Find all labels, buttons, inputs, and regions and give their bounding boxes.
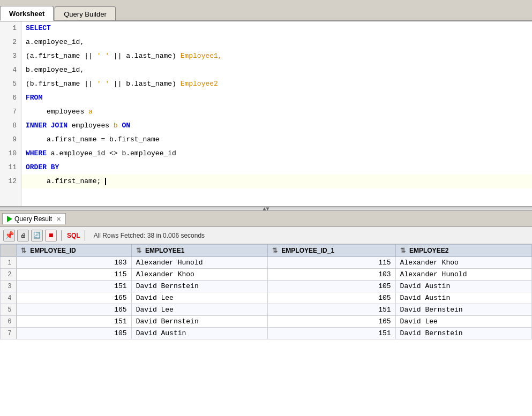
code-line-8: INNER JOIN employees b ON xyxy=(21,119,532,133)
line-num-10: 10 xyxy=(0,147,21,161)
pin-icon: 📌 xyxy=(5,231,14,240)
cell-employee-id-1: 105 xyxy=(268,281,396,292)
table-header-row: ⇅ EMPLOYEE_ID ⇅ EMPLOYEE1 ⇅ EMPLOYEE_ID_… xyxy=(1,245,532,257)
table-row: 2 115 Alexander Khoo 103 Alexander Hunol… xyxy=(1,269,532,281)
editor-area[interactable]: 1 2 3 4 5 6 7 8 9 10 11 12 SELECT a.empl… xyxy=(0,21,532,207)
panel-divider[interactable]: ▲▼ xyxy=(0,207,532,211)
col-label-employee2: EMPLOYEE2 xyxy=(409,247,448,254)
row-number: 7 xyxy=(1,328,17,339)
results-table: ⇅ EMPLOYEE_ID ⇅ EMPLOYEE1 ⇅ EMPLOYEE_ID_… xyxy=(0,244,532,339)
code-line-6: FROM xyxy=(21,91,532,105)
refresh-icon: 🔄 xyxy=(33,232,41,239)
cell-employee1: David Austin xyxy=(131,328,267,339)
tab-worksheet[interactable]: Worksheet xyxy=(0,6,54,21)
row-number: 6 xyxy=(1,316,17,328)
line-num-7: 7 xyxy=(0,105,21,119)
line-num-2: 2 xyxy=(0,35,21,49)
refresh-button[interactable]: 🔄 xyxy=(31,230,43,241)
col-header-employee2[interactable]: ⇅ EMPLOYEE2 xyxy=(395,245,531,257)
col-label-employee1: EMPLOYEE1 xyxy=(145,247,184,254)
code-line-11: ORDER BY xyxy=(21,161,532,175)
table-row: 6 151 David Bernstein 165 David Lee xyxy=(1,316,532,328)
line-num-5: 5 xyxy=(0,77,21,91)
sort-icon-3: ⇅ xyxy=(272,247,278,254)
cell-employee-id: 103 xyxy=(17,257,132,269)
row-number: 5 xyxy=(1,304,17,316)
toolbar-separator xyxy=(61,230,62,241)
code-text: a.employee_id, xyxy=(26,38,84,46)
cell-employee2: Alexander Khoo xyxy=(395,257,531,269)
close-result-tab-button[interactable]: ✕ xyxy=(56,216,61,223)
print-button[interactable]: 🖨 xyxy=(17,230,29,241)
line-num-3: 3 xyxy=(0,49,21,63)
cell-employee-id: 165 xyxy=(17,292,132,304)
status-text: All Rows Fetched: 38 in 0.006 seconds xyxy=(94,232,205,239)
sort-icon-2: ⇅ xyxy=(136,247,141,254)
cell-employee2: David Bernstein xyxy=(395,328,531,339)
sort-icon-4: ⇅ xyxy=(400,247,406,254)
cell-employee1: Alexander Hunold xyxy=(131,257,267,269)
cell-employee-id: 115 xyxy=(17,269,132,281)
col-header-employee-id-1[interactable]: ⇅ EMPLOYEE_ID_1 xyxy=(268,245,396,257)
toolbar-separator-2 xyxy=(85,230,85,241)
sort-icon-1: ⇅ xyxy=(21,247,26,254)
table-row: 1 103 Alexander Hunold 115 Alexander Kho… xyxy=(1,257,532,269)
row-number: 3 xyxy=(1,281,17,292)
code-line-9: a.first_name = b.first_name xyxy=(21,133,532,147)
cell-employee-id: 165 xyxy=(17,304,132,316)
cell-employee1: David Lee xyxy=(131,292,267,304)
code-line-7: employees a xyxy=(21,105,532,119)
tab-query-builder[interactable]: Query Builder xyxy=(55,6,115,20)
row-number: 2 xyxy=(1,269,17,281)
line-num-4: 4 xyxy=(0,63,21,77)
code-line-1: SELECT xyxy=(21,21,532,35)
keyword-select: SELECT xyxy=(26,24,51,32)
print-icon: 🖨 xyxy=(20,232,26,239)
result-toolbar: 📌 🖨 🔄 ⏹ SQL All Rows Fetched: 38 in 0.00… xyxy=(0,227,532,244)
results-table-container[interactable]: ⇅ EMPLOYEE_ID ⇅ EMPLOYEE1 ⇅ EMPLOYEE_ID_… xyxy=(0,244,532,416)
main-layout: Worksheet Query Builder 1 2 3 4 5 6 7 8 … xyxy=(0,0,532,416)
result-tab[interactable]: Query Result ✕ xyxy=(2,213,66,224)
cell-employee2: David Austin xyxy=(395,281,531,292)
table-row: 4 165 David Lee 105 David Austin xyxy=(1,292,532,304)
cell-employee-id-1: 105 xyxy=(268,292,396,304)
line-num-6: 6 xyxy=(0,91,21,105)
row-number-header xyxy=(1,245,17,257)
col-label-employee-id-1: EMPLOYEE_ID_1 xyxy=(281,247,334,254)
code-lines[interactable]: SELECT a.employee_id, (a.first_name || '… xyxy=(21,21,532,206)
cell-employee1: David Lee xyxy=(131,304,267,316)
cell-employee-id: 151 xyxy=(17,316,132,328)
result-tab-bar: Query Result ✕ xyxy=(0,211,532,227)
code-line-12[interactable]: a.first_name; xyxy=(21,175,532,188)
row-number: 1 xyxy=(1,257,17,269)
cell-employee1: Alexander Khoo xyxy=(131,269,267,281)
code-line-2: a.employee_id, xyxy=(21,35,532,49)
cell-employee-id-1: 103 xyxy=(268,269,396,281)
pin-button[interactable]: 📌 xyxy=(3,230,15,241)
cell-employee1: David Bernstein xyxy=(131,316,267,328)
cell-employee-id: 105 xyxy=(17,328,132,339)
col-header-employee1[interactable]: ⇅ EMPLOYEE1 xyxy=(131,245,267,257)
line-num-8: 8 xyxy=(0,119,21,133)
stop-button[interactable]: ⏹ xyxy=(45,230,57,241)
cell-employee-id-1: 151 xyxy=(268,304,396,316)
line-num-11: 11 xyxy=(0,161,21,175)
results-tbody: 1 103 Alexander Hunold 115 Alexander Kho… xyxy=(1,257,532,339)
code-line-10: WHERE a.employee_id <> b.employee_id xyxy=(21,147,532,161)
text-cursor xyxy=(105,178,106,185)
col-label-employee-id: EMPLOYEE_ID xyxy=(30,247,76,254)
cell-employee-id-1: 151 xyxy=(268,328,396,339)
line-num-9: 9 xyxy=(0,133,21,147)
col-header-employee-id[interactable]: ⇅ EMPLOYEE_ID xyxy=(17,245,132,257)
table-row: 5 165 David Lee 151 David Bernstein xyxy=(1,304,532,316)
stop-icon: ⏹ xyxy=(48,232,54,239)
table-row: 3 151 David Bernstein 105 David Austin xyxy=(1,281,532,292)
cell-employee-id: 151 xyxy=(17,281,132,292)
line-num-1: 1 xyxy=(0,21,21,35)
tab-bar: Worksheet Query Builder xyxy=(0,0,532,21)
line-num-12: 12 xyxy=(0,175,21,188)
cell-employee-id-1: 115 xyxy=(268,257,396,269)
code-line-4: b.employee_id, xyxy=(21,63,532,77)
code-line-3: (a.first_name || ' ' || a.last_name) Emp… xyxy=(21,49,532,63)
cell-employee-id-1: 165 xyxy=(268,316,396,328)
